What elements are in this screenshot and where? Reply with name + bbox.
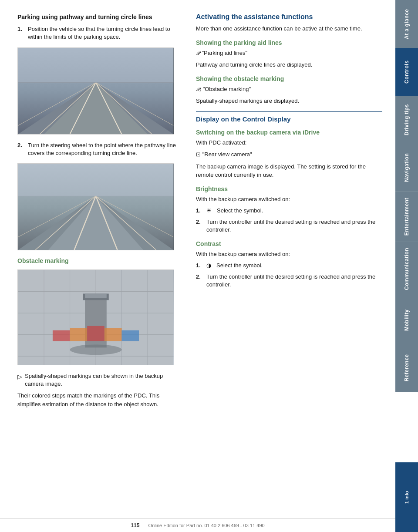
- contrast-step-1-text: Select the symbol.: [216, 262, 382, 269]
- obstacle-menu-text: "Obstacle marking": [203, 86, 251, 92]
- step-list-2: 2. Turn the steering wheel to the point …: [17, 141, 183, 157]
- backup-camera-desc: The backup camera image is displayed. Th…: [196, 162, 382, 179]
- contrast-steps: 1. ◑ Select the symbol. 2. Turn the cont…: [196, 262, 382, 289]
- brightness-step-1-text: Select the symbol.: [217, 207, 382, 215]
- step-1-num: 1.: [17, 25, 24, 41]
- backup-camera-intro: With PDC activated:: [196, 138, 382, 147]
- svg-rect-21: [18, 164, 173, 196]
- contrast-title: Contrast: [196, 240, 382, 247]
- display-title: Display on the Control Display: [196, 111, 382, 123]
- brightness-intro: With the backup camera switched on:: [196, 195, 382, 204]
- sidebar-tab-at-a-glance[interactable]: At a glance: [395, 0, 418, 48]
- contrast-step-2: 2. Turn the controller until the desired…: [196, 273, 382, 289]
- parking-lines-title: Showing the parking aid lines: [196, 39, 382, 46]
- brightness-step-1: 1. ☀ Select the symbol.: [196, 207, 382, 215]
- svg-rect-40: [85, 293, 107, 298]
- sidebar-tab-reference-label: Reference: [404, 354, 410, 382]
- svg-rect-35: [53, 330, 70, 341]
- svg-rect-36: [70, 328, 88, 341]
- parking-lines-desc: Pathway and turning circle lines are dis…: [196, 61, 382, 69]
- obstacle-icon: 𝒫₁: [196, 87, 201, 92]
- parking-lines-menu: 𝒫∕ "Parking aid lines": [196, 49, 382, 57]
- sidebar-tab-driving-tips-label: Driving tips: [404, 104, 410, 135]
- footer-text: Online Edition for Part no. 01 40 2 606 …: [148, 523, 264, 528]
- right-column: Activating the assistance functions More…: [196, 13, 382, 510]
- arrow-bullet-text: ▷ Spatially-shaped markings can be shown…: [17, 372, 183, 388]
- brightness-step-2-num: 2.: [196, 218, 203, 234]
- step-1-text: Position the vehicle so that the turning…: [28, 25, 183, 41]
- arrow-text: Spatially-shaped markings can be shown i…: [25, 372, 183, 388]
- left-section-title: Parking using pathway and turning circle…: [17, 13, 183, 21]
- sidebar-tab-entertainment[interactable]: Entertainment: [395, 192, 418, 242]
- sidebar-tab-mobility-label: Mobility: [404, 310, 410, 331]
- sidebar-tab-navigation[interactable]: Navigation: [395, 144, 418, 192]
- arrow-icon: ▷: [17, 373, 22, 388]
- parking-lines-icon: 𝒫∕: [196, 51, 200, 56]
- backup-camera-menu-line: ⊡ "Rear view camera": [196, 150, 382, 159]
- sidebar-tab-at-a-glance-label: At a glance: [404, 9, 410, 39]
- contrast-step-2-num: 2.: [196, 273, 203, 289]
- obstacle-marking-menu: 𝒫₁ "Obstacle marking": [196, 85, 382, 94]
- left-column: Parking using pathway and turning circle…: [17, 13, 183, 510]
- step-list-1: 1. Position the vehicle so that the turn…: [17, 25, 183, 41]
- brightness-step-2-text: Turn the controller until the desired se…: [206, 218, 382, 234]
- obstacle-marking-image: [17, 269, 174, 365]
- brightness-step-1-icon: ☀: [206, 207, 212, 215]
- contrast-intro: With the backup camera switched on:: [196, 250, 382, 259]
- parking-road-image-1: [17, 47, 174, 135]
- brightness-title: Brightness: [196, 185, 382, 192]
- info-badge: 1 info: [395, 462, 418, 532]
- svg-rect-39: [121, 330, 139, 341]
- sidebar-tab-navigation-label: Navigation: [404, 153, 410, 182]
- main-content: Parking using pathway and turning circle…: [0, 0, 395, 532]
- contrast-step-1-num: 1.: [196, 262, 203, 269]
- sidebar-tab-mobility[interactable]: Mobility: [395, 296, 418, 344]
- svg-rect-10: [18, 48, 173, 82]
- step-2-num: 2.: [17, 141, 24, 157]
- sidebar-tab-communication-label: Communication: [404, 248, 410, 290]
- obstacle-desc: Spatially-shaped markings are displayed.: [196, 97, 382, 105]
- step-2: 2. Turn the steering wheel to the point …: [17, 141, 183, 157]
- right-intro-text: More than one assistance function can be…: [196, 24, 382, 33]
- sidebar: At a glance Controls Driving tips Naviga…: [395, 0, 418, 532]
- page-wrapper: Parking using pathway and turning circle…: [0, 0, 418, 532]
- sidebar-tab-driving-tips[interactable]: Driving tips: [395, 96, 418, 144]
- svg-rect-37: [87, 326, 104, 341]
- brightness-steps: 1. ☀ Select the symbol. 2. Turn the cont…: [196, 207, 382, 234]
- contrast-step-2-text: Turn the controller until the desired se…: [206, 273, 382, 289]
- step-2-text: Turn the steering wheel to the point whe…: [28, 141, 183, 157]
- parking-road-image-2: [17, 163, 174, 250]
- backup-camera-title: Switching on the backup camera via iDriv…: [196, 129, 382, 136]
- contrast-step-1-icon: ◑: [206, 262, 211, 269]
- page-footer: 115 Online Edition for Part no. 01 40 2 …: [0, 519, 395, 532]
- sidebar-tab-communication[interactable]: Communication: [395, 242, 418, 296]
- brightness-step-1-num: 1.: [196, 207, 203, 215]
- brightness-step-2: 2. Turn the controller until the desired…: [196, 218, 382, 234]
- sidebar-tab-entertainment-label: Entertainment: [404, 198, 410, 236]
- step-1: 1. Position the vehicle so that the turn…: [17, 25, 183, 41]
- right-main-title: Activating the assistance functions: [196, 13, 382, 21]
- sidebar-tab-reference[interactable]: Reference: [395, 344, 418, 392]
- contrast-step-1: 1. ◑ Select the symbol.: [196, 262, 382, 269]
- obstacle-marking-section-title: Showing the obstacle marking: [196, 75, 382, 82]
- sidebar-tab-controls[interactable]: Controls: [395, 48, 418, 96]
- obstacle-body-text: Their colored steps match the markings o…: [17, 391, 183, 408]
- info-badge-text: 1 info: [404, 491, 409, 503]
- parking-lines-menu-text: "Parking aid lines": [202, 50, 247, 56]
- backup-camera-menu-text: "Rear view camera": [202, 151, 252, 158]
- svg-rect-38: [104, 328, 122, 341]
- sidebar-tab-controls-label: Controls: [404, 60, 410, 83]
- svg-point-34: [70, 344, 122, 355]
- backup-camera-icon: ⊡: [196, 151, 201, 158]
- page-number: 115: [131, 522, 139, 529]
- obstacle-marking-heading: Obstacle marking: [17, 257, 183, 264]
